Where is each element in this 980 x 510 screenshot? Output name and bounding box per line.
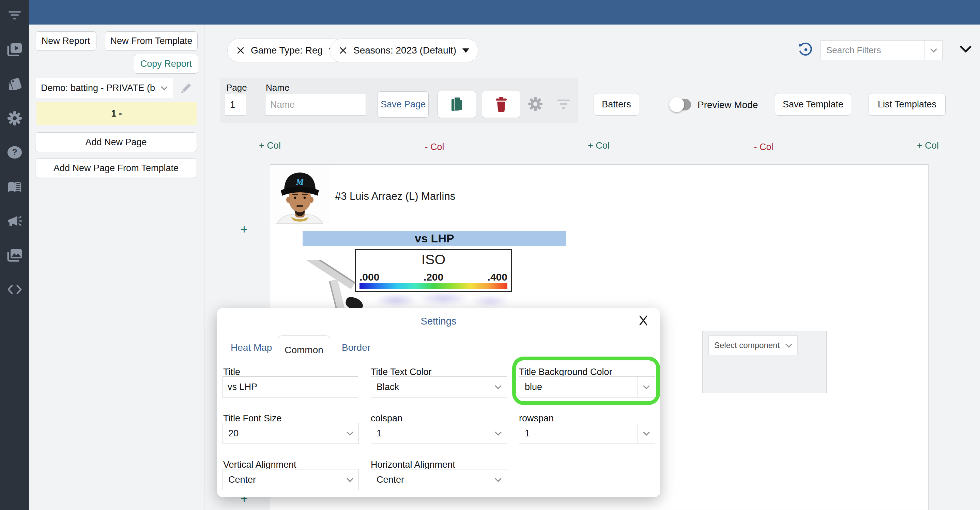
add-col-button[interactable]: + Col <box>259 140 281 151</box>
title-bg-color-label: Title Background Color <box>519 367 612 378</box>
video-library-icon[interactable] <box>7 41 22 57</box>
search-filters-placeholder: Search Filters <box>821 41 924 60</box>
title-text-color-label: Title Text Color <box>371 367 432 378</box>
vertical-alignment-value: Center <box>223 469 341 490</box>
report-select-value: Demo: batting - PRIVATE (brad... <box>35 78 155 98</box>
settings-gear-icon[interactable] <box>528 96 543 113</box>
player-photo: M <box>270 165 329 225</box>
add-new-page-button[interactable]: Add New Page <box>35 132 197 152</box>
book-icon[interactable] <box>7 179 22 195</box>
iso-gradient-bar <box>360 283 508 289</box>
gear-icon[interactable] <box>7 110 22 126</box>
horizontal-alignment-label: Horizontal Alignment <box>371 459 455 470</box>
collapse-chevron-icon[interactable] <box>959 45 972 54</box>
tab-heat-map[interactable]: Heat Map <box>231 342 272 353</box>
colspan-select[interactable]: 1 <box>371 423 507 444</box>
app-root: ? New Report New From Template Copy Repo… <box>0 0 980 510</box>
rowspan-select[interactable]: 1 <box>519 423 655 444</box>
player-title: #3 Luis Arraez (L) Marlins <box>335 190 455 202</box>
title-field-label: Title <box>223 367 240 378</box>
pencil-icon[interactable] <box>178 82 192 97</box>
title-font-size-select[interactable]: 20 <box>223 423 359 444</box>
chevron-down-icon <box>637 423 655 443</box>
chevron-down-icon[interactable] <box>462 48 469 53</box>
preview-mode-toggle[interactable] <box>671 99 691 110</box>
close-icon[interactable] <box>639 315 648 327</box>
chevron-down-icon <box>489 423 507 443</box>
select-component-dropdown[interactable]: Select component <box>708 335 798 355</box>
page-label: Page <box>226 83 247 93</box>
copy-page-button[interactable] <box>438 91 476 118</box>
new-from-template-button[interactable]: New From Template <box>105 31 197 51</box>
rowspan-value: 1 <box>519 423 637 443</box>
add-col-button[interactable]: + Col <box>588 140 609 151</box>
code-icon[interactable] <box>7 282 22 297</box>
delete-page-button[interactable] <box>482 91 520 118</box>
copy-report-button[interactable]: Copy Report <box>134 54 198 73</box>
history-icon[interactable] <box>797 41 814 59</box>
filter-icon[interactable] <box>7 8 22 23</box>
colspan-label: colspan <box>371 413 402 424</box>
select-component-value: Select component <box>709 336 780 355</box>
preview-mode-label: Preview Mode <box>697 100 758 110</box>
chevron-down-icon <box>341 423 358 443</box>
svg-text:M: M <box>296 177 304 187</box>
close-icon[interactable] <box>237 46 245 54</box>
title-font-size-label: Title Font Size <box>223 413 282 424</box>
new-report-button[interactable]: New Report <box>35 31 96 51</box>
save-page-button[interactable]: Save Page <box>377 91 429 118</box>
settings-modal: Settings Heat Map Common Border Title Ti… <box>217 308 660 497</box>
search-filters-select[interactable]: Search Filters <box>821 40 942 60</box>
tab-common[interactable]: Common <box>278 335 330 364</box>
section-title-bar[interactable]: vs LHP <box>302 231 566 246</box>
modal-divider <box>217 333 660 333</box>
filter-chip-seasons[interactable]: Seasons: 2023 (Default) <box>330 38 479 62</box>
title-bg-color-value: blue <box>519 377 637 397</box>
iso-tick-max: .400 <box>488 271 508 283</box>
top-bar <box>29 0 980 24</box>
iso-legend: ISO .000 .200 .400 <box>355 249 512 292</box>
vertical-alignment-select[interactable]: Center <box>223 469 359 490</box>
batters-button[interactable]: Batters <box>593 93 639 116</box>
remove-col-button[interactable]: - Col <box>754 142 773 152</box>
megaphone-icon[interactable] <box>7 214 22 229</box>
title-field-input[interactable] <box>223 376 358 397</box>
chevron-down-icon <box>924 41 942 60</box>
list-templates-button[interactable]: List Templates <box>869 93 946 116</box>
filter-chip-label: Seasons: 2023 (Default) <box>353 45 456 56</box>
horizontal-alignment-select[interactable]: Center <box>371 469 507 490</box>
page-name-input[interactable] <box>265 94 366 116</box>
report-select[interactable]: Demo: batting - PRIVATE (brad... <box>35 78 173 98</box>
title-bg-color-select[interactable]: blue <box>519 376 655 397</box>
add-new-page-from-template-button[interactable]: Add New Page From Template <box>35 158 197 178</box>
filter-lines-icon[interactable] <box>556 98 571 112</box>
cards-icon[interactable] <box>7 76 22 92</box>
save-template-button[interactable]: Save Template <box>775 93 851 116</box>
panel-divider <box>204 24 204 510</box>
modal-title: Settings <box>217 316 660 327</box>
chevron-down-icon <box>155 78 173 98</box>
chevron-down-icon <box>489 377 507 397</box>
vertical-alignment-label: Vertical Alignment <box>223 459 296 470</box>
page-number-input[interactable] <box>225 94 246 116</box>
remove-col-button[interactable]: - Col <box>425 142 444 152</box>
iso-legend-title: ISO <box>356 252 511 268</box>
page-list-item-selected[interactable]: 1 - <box>37 102 197 125</box>
close-icon[interactable] <box>339 46 347 54</box>
tab-border[interactable]: Border <box>342 342 371 353</box>
help-icon[interactable]: ? <box>7 145 22 160</box>
add-col-button[interactable]: + Col <box>917 140 939 151</box>
sidebar-nav: ? <box>0 0 29 510</box>
horizontal-alignment-value: Center <box>371 469 489 490</box>
svg-text:?: ? <box>12 147 17 157</box>
component-placeholder-panel: Select component <box>702 331 827 393</box>
chevron-down-icon <box>637 377 655 397</box>
image-gallery-icon[interactable] <box>7 247 22 263</box>
colspan-value: 1 <box>371 423 489 443</box>
chevron-down-icon <box>341 469 358 490</box>
title-text-color-select[interactable]: Black <box>371 376 507 397</box>
filter-chip-game-type[interactable]: Game Type: Reg <box>227 38 345 62</box>
add-row-plus-button[interactable]: + <box>240 222 248 237</box>
heatmap-blob <box>368 290 525 308</box>
rowspan-label: rowspan <box>519 413 554 424</box>
